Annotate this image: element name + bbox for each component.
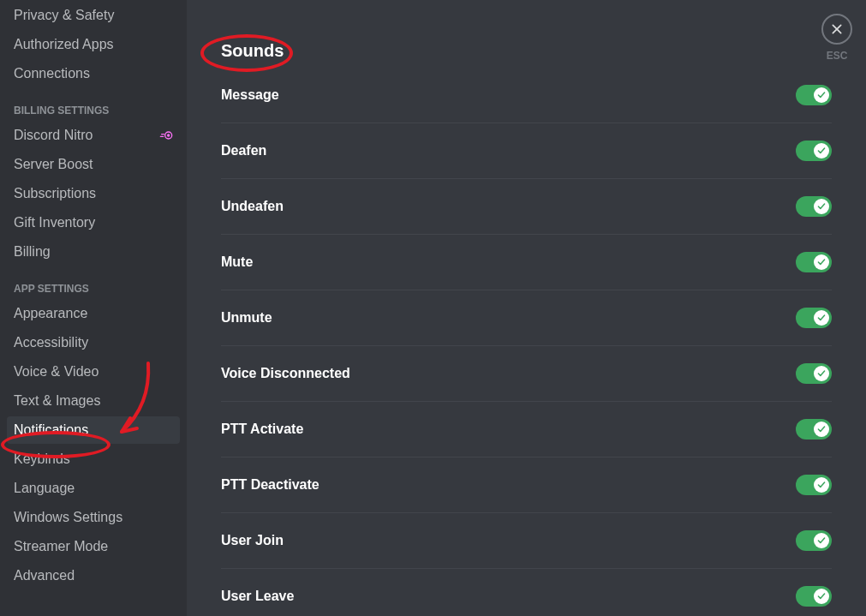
toggle-knob — [814, 87, 829, 103]
sound-toggle-mute[interactable] — [796, 252, 832, 272]
sidebar-item-text-images[interactable]: Text & Images — [7, 387, 180, 415]
sidebar-item-billing[interactable]: Billing — [7, 238, 180, 266]
toggle-knob — [814, 422, 829, 437]
sidebar-header-billing: BILLING SETTINGS — [7, 89, 180, 120]
toggle-knob — [814, 366, 829, 381]
sidebar-item-server-boost[interactable]: Server Boost — [7, 151, 180, 178]
sound-label: Deafen — [221, 143, 266, 158]
sound-row: PTT Deactivate — [221, 458, 832, 513]
toggle-knob — [814, 199, 829, 214]
check-icon — [816, 90, 827, 100]
sidebar-item-subscriptions[interactable]: Subscriptions — [7, 180, 180, 207]
sound-row: Unmute — [221, 290, 832, 346]
check-icon — [816, 368, 827, 379]
toggle-knob — [814, 143, 829, 158]
close-button[interactable] — [821, 14, 852, 45]
sidebar-item-label: Text & Images — [14, 393, 100, 409]
sidebar-header-app: APP SETTINGS — [7, 267, 180, 298]
sound-row: Mute — [221, 235, 832, 290]
check-icon — [816, 480, 827, 490]
sound-toggle-user-leave[interactable] — [796, 586, 832, 607]
sound-label: Unmute — [221, 310, 272, 326]
sound-toggle-ptt-deactivate[interactable] — [796, 475, 832, 495]
sidebar-item-label: Language — [14, 481, 75, 496]
sound-toggle-ptt-activate[interactable] — [796, 419, 832, 440]
check-icon — [816, 257, 827, 267]
settings-main: Sounds MessageDeafenUndeafenMuteUnmuteVo… — [187, 0, 866, 616]
sound-toggle-message[interactable] — [796, 85, 832, 105]
sidebar-item-label: Streamer Mode — [14, 539, 108, 554]
close-icon — [830, 22, 844, 36]
sound-row: PTT Activate — [221, 402, 832, 458]
sidebar-item-label: Discord Nitro — [14, 128, 93, 143]
sound-toggle-voice-disconnected[interactable] — [796, 363, 832, 384]
sound-label: Voice Disconnected — [221, 366, 350, 381]
check-icon — [816, 424, 827, 434]
toggle-knob — [814, 254, 829, 270]
check-icon — [816, 591, 827, 601]
toggle-knob — [814, 589, 829, 604]
sound-label: User Leave — [221, 589, 294, 604]
sound-row: Message — [221, 64, 832, 123]
sidebar-item-label: Authorized Apps — [14, 37, 114, 52]
sound-row: Deafen — [221, 123, 832, 179]
sound-label: PTT Deactivate — [221, 477, 320, 493]
toggle-knob — [814, 477, 829, 493]
check-icon — [816, 535, 827, 546]
close-area: ESC — [821, 14, 852, 62]
sidebar-item-discord-nitro[interactable]: Discord Nitro — [7, 122, 180, 149]
sidebar-item-label: Appearance — [14, 306, 87, 321]
sound-label: Undeafen — [221, 199, 284, 214]
sound-row: User Leave — [221, 569, 832, 616]
sidebar-item-label: Windows Settings — [14, 510, 122, 525]
sidebar-item-label: Accessibility — [14, 335, 88, 350]
sidebar-item-voice-video[interactable]: Voice & Video — [7, 358, 180, 386]
sidebar-item-windows-settings[interactable]: Windows Settings — [7, 504, 180, 531]
svg-point-1 — [167, 134, 170, 136]
sidebar-item-streamer-mode[interactable]: Streamer Mode — [7, 533, 180, 560]
sound-toggle-deafen[interactable] — [796, 141, 832, 161]
check-icon — [816, 146, 827, 156]
sidebar-item-keybinds[interactable]: Keybinds — [7, 446, 180, 473]
sidebar-item-label: Privacy & Safety — [14, 8, 114, 23]
section-title-sounds: Sounds — [221, 41, 832, 61]
sound-toggle-user-join[interactable] — [796, 530, 832, 551]
esc-label: ESC — [827, 50, 848, 62]
sidebar-item-accessibility[interactable]: Accessibility — [7, 329, 180, 356]
sound-label: Message — [221, 87, 279, 103]
toggle-knob — [814, 533, 829, 548]
sound-label: PTT Activate — [221, 422, 303, 437]
sound-label: Mute — [221, 254, 253, 270]
sidebar-item-label: Advanced — [14, 568, 75, 583]
sound-row: Undeafen — [221, 179, 832, 235]
sidebar-item-label: Keybinds — [14, 452, 70, 467]
sound-row: User Join — [221, 513, 832, 569]
sound-label: User Join — [221, 533, 284, 548]
sidebar-item-gift-inventory[interactable]: Gift Inventory — [7, 209, 180, 236]
sound-row: Voice Disconnected — [221, 346, 832, 402]
sidebar-item-label: Gift Inventory — [14, 215, 95, 230]
sidebar-item-privacy-safety[interactable]: Privacy & Safety — [7, 2, 180, 29]
toggle-knob — [814, 310, 829, 326]
sidebar-item-label: Connections — [14, 66, 90, 81]
nitro-badge-icon — [159, 129, 173, 141]
sidebar-item-label: Server Boost — [14, 157, 93, 172]
sound-toggle-unmute[interactable] — [796, 308, 832, 328]
sidebar-item-label: Voice & Video — [14, 364, 99, 380]
sidebar-item-connections[interactable]: Connections — [7, 60, 180, 87]
sidebar-item-notifications[interactable]: Notifications — [7, 416, 180, 444]
sidebar-item-label: Billing — [14, 244, 51, 260]
sidebar-item-advanced[interactable]: Advanced — [7, 562, 180, 589]
sound-toggle-undeafen[interactable] — [796, 196, 832, 217]
sidebar-item-authorized-apps[interactable]: Authorized Apps — [7, 31, 180, 58]
sidebar-item-appearance[interactable]: Appearance — [7, 300, 180, 327]
sidebar-item-label: Notifications — [14, 422, 88, 438]
check-icon — [816, 313, 827, 323]
check-icon — [816, 201, 827, 212]
settings-sidebar: Privacy & SafetyAuthorized AppsConnectio… — [0, 0, 187, 616]
sidebar-item-language[interactable]: Language — [7, 475, 180, 502]
sidebar-item-label: Subscriptions — [14, 186, 96, 201]
